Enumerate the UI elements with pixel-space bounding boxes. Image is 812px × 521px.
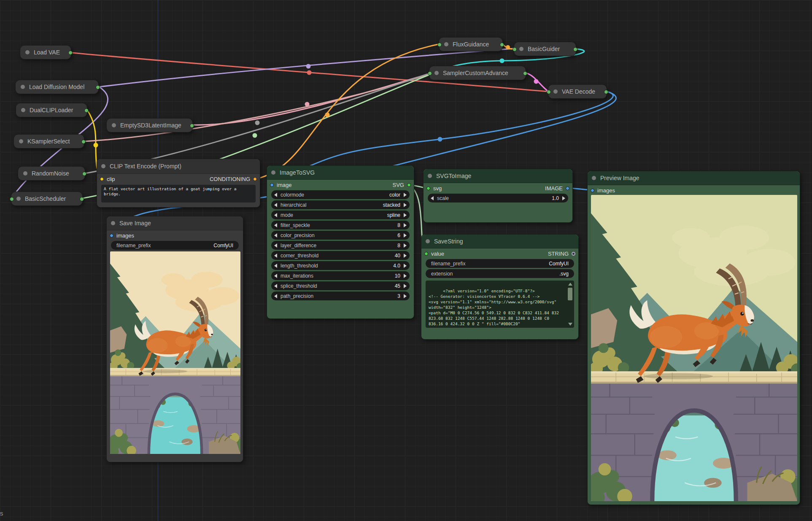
extension-widget[interactable]: extension .svg: [426, 269, 574, 278]
node-ksampler-select[interactable]: KSamplerSelect: [13, 134, 84, 148]
svg-output-port[interactable]: [407, 183, 411, 187]
decrement-arrow-icon[interactable]: [274, 254, 277, 258]
node-load-vae[interactable]: Load VAE: [20, 45, 71, 59]
node-dual-clip-loader[interactable]: DualCLIPLoader: [16, 103, 87, 117]
collapse-dot-icon[interactable]: [592, 176, 596, 180]
increment-arrow-icon[interactable]: [404, 254, 407, 258]
input-port[interactable]: [437, 43, 442, 47]
collapse-dot-icon[interactable]: [21, 108, 25, 112]
output-port[interactable]: [573, 47, 577, 51]
output-port[interactable]: [81, 140, 86, 144]
images-input-port[interactable]: [591, 189, 594, 192]
node-load-diffusion-model[interactable]: Load Diffusion Model: [15, 80, 99, 94]
node-save-image[interactable]: Save Image images filename_prefix ComfyU…: [106, 216, 243, 462]
output-port[interactable]: [84, 108, 89, 113]
filename-prefix-widget[interactable]: filename_prefix ComfyUI: [111, 241, 239, 250]
collapse-dot-icon[interactable]: [444, 42, 448, 46]
node-flux-guidance[interactable]: FluxGuidance: [439, 37, 503, 51]
decrement-arrow-icon[interactable]: [274, 264, 277, 268]
collapse-dot-icon[interactable]: [101, 164, 105, 168]
output-port[interactable]: [190, 124, 194, 128]
node-svg-to-image[interactable]: SVGToImage svg IMAGE scale 1.0: [423, 169, 573, 223]
decrement-arrow-icon[interactable]: [274, 284, 277, 288]
decrement-arrow-icon[interactable]: [431, 196, 434, 200]
color-precision-widget[interactable]: color_precision 6: [271, 231, 410, 240]
scroll-up-icon[interactable]: [568, 283, 572, 286]
splice-threshold-widget[interactable]: splice_threshold 45: [271, 281, 410, 290]
node-basic-scheduler[interactable]: BasicScheduler: [11, 192, 83, 206]
collapse-dot-icon[interactable]: [111, 221, 115, 225]
node-header[interactable]: Preview Image: [588, 171, 800, 185]
value-input-port[interactable]: [424, 252, 428, 256]
increment-arrow-icon[interactable]: [404, 203, 407, 207]
collapse-dot-icon[interactable]: [553, 89, 558, 94]
string-output-port[interactable]: [572, 252, 575, 256]
increment-arrow-icon[interactable]: [404, 233, 407, 238]
corner-threshold-widget[interactable]: corner_threshold 40: [271, 251, 410, 260]
collapse-dot-icon[interactable]: [16, 197, 21, 201]
output-port[interactable]: [500, 43, 504, 47]
node-vae-decode[interactable]: VAE Decode: [548, 84, 607, 99]
node-basic-guider[interactable]: BasicGuider: [514, 42, 576, 56]
node-header[interactable]: SVGToImage: [424, 169, 572, 183]
increment-arrow-icon[interactable]: [404, 243, 407, 248]
image-input-port[interactable]: [270, 183, 274, 187]
node-header[interactable]: CLIP Text Encode (Prompt): [97, 159, 260, 174]
input-port[interactable]: [513, 47, 517, 51]
layer-difference-widget[interactable]: layer_difference 8: [271, 241, 410, 250]
input-port[interactable]: [10, 197, 14, 201]
output-port[interactable]: [68, 51, 73, 55]
filename-prefix-widget[interactable]: filename_prefix ComfyUI: [426, 259, 574, 268]
collapse-dot-icon[interactable]: [519, 47, 523, 51]
output-port[interactable]: [604, 90, 608, 94]
node-empty-sd3-latent-image[interactable]: EmptySD3LatentImage: [106, 118, 193, 132]
hierarchical-widget[interactable]: hierarchical stacked: [271, 200, 410, 209]
decrement-arrow-icon[interactable]: [274, 294, 277, 298]
conditioning-output-port[interactable]: [253, 177, 257, 181]
node-preview-image[interactable]: Preview Image images: [587, 171, 800, 505]
node-graph-canvas[interactable]: Load VAE Load Diffusion Model DualCLIPLo…: [0, 0, 812, 521]
decrement-arrow-icon[interactable]: [274, 233, 277, 238]
svg-source-textarea[interactable]: <?xml version="1.0" encoding="UTF-8"?> <…: [426, 281, 574, 328]
length-threshold-widget[interactable]: length_threshold 4.0: [271, 261, 410, 270]
collapse-dot-icon[interactable]: [25, 50, 30, 54]
clip-input-port[interactable]: [100, 177, 104, 181]
collapse-dot-icon[interactable]: [434, 71, 439, 75]
svg-input-port[interactable]: [426, 186, 430, 190]
input-port[interactable]: [547, 90, 551, 94]
scrollbar[interactable]: [567, 282, 573, 327]
input-port[interactable]: [428, 71, 432, 76]
node-header[interactable]: Save Image: [107, 216, 243, 230]
decrement-arrow-icon[interactable]: [274, 243, 277, 248]
increment-arrow-icon[interactable]: [404, 213, 407, 217]
node-header[interactable]: SaveString: [421, 235, 578, 248]
increment-arrow-icon[interactable]: [404, 284, 407, 288]
collapse-dot-icon[interactable]: [428, 174, 432, 178]
decrement-arrow-icon[interactable]: [274, 213, 277, 217]
scale-widget[interactable]: scale 1.0: [428, 194, 568, 202]
increment-arrow-icon[interactable]: [404, 264, 407, 268]
decrement-arrow-icon[interactable]: [274, 203, 277, 207]
increment-arrow-icon[interactable]: [404, 274, 407, 278]
collapse-dot-icon[interactable]: [23, 171, 27, 175]
increment-arrow-icon[interactable]: [404, 223, 407, 227]
node-image-to-svg[interactable]: ImageToSVG image SVG colormode color hie…: [267, 165, 414, 319]
increment-arrow-icon[interactable]: [404, 294, 407, 298]
output-port[interactable]: [80, 197, 84, 201]
node-header[interactable]: ImageToSVG: [267, 166, 414, 180]
node-random-noise[interactable]: RandomNoise: [18, 166, 85, 181]
images-input-port[interactable]: [110, 234, 113, 238]
prompt-textarea[interactable]: A flat vector art illustration of a goat…: [101, 185, 256, 202]
increment-arrow-icon[interactable]: [404, 193, 407, 197]
collapse-dot-icon[interactable]: [21, 85, 25, 89]
node-clip-text-encode[interactable]: CLIP Text Encode (Prompt) clip CONDITION…: [97, 159, 260, 208]
path-precision-widget[interactable]: path_precision 3: [271, 292, 410, 300]
collapse-dot-icon[interactable]: [271, 170, 275, 175]
output-port[interactable]: [523, 71, 527, 76]
collapse-dot-icon[interactable]: [19, 139, 23, 143]
scrollbar-thumb[interactable]: [568, 288, 572, 300]
colormode-widget[interactable]: colormode color: [271, 190, 410, 199]
output-port[interactable]: [82, 172, 86, 176]
node-sampler-custom-advance[interactable]: SamplerCustomAdvance: [429, 66, 526, 80]
decrement-arrow-icon[interactable]: [274, 274, 277, 278]
